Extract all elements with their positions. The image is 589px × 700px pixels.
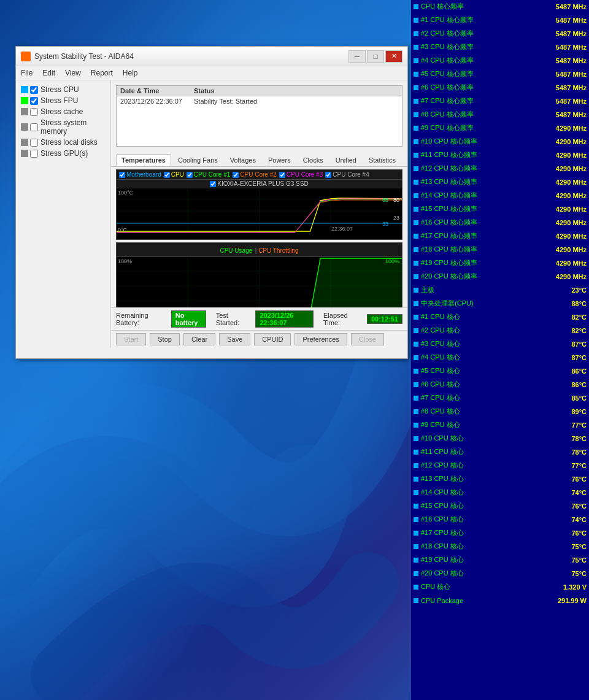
close-button[interactable]: Close	[351, 333, 384, 345]
hw-row-22: 中央处理器(CPU) 88°C	[411, 297, 589, 310]
legend-core3-checkbox[interactable]	[279, 172, 285, 178]
hw-row-44: CPU Package 291.99 W	[411, 594, 589, 607]
checkbox-input-4[interactable]	[30, 139, 38, 147]
hw-indicator-27	[414, 369, 418, 374]
tab-temperatures[interactable]: Temperatures	[116, 154, 171, 166]
menu-view[interactable]: View	[60, 67, 86, 79]
hw-indicator-41	[414, 558, 418, 563]
checkbox-row-3: Stress system memory	[21, 118, 106, 136]
hw-label-29: #7 CPU 核心	[421, 393, 571, 402]
tab-clocks[interactable]: Clocks	[298, 154, 329, 166]
hw-row-37: #15 CPU 核心 76°C	[411, 499, 589, 513]
close-button[interactable]: ✕	[385, 50, 402, 63]
checkbox-input-5[interactable]	[30, 150, 38, 158]
menu-file[interactable]: File	[16, 67, 37, 79]
elapsed-value: 00:12:51	[367, 314, 402, 324]
hw-indicator-39	[414, 531, 418, 536]
usage-chart: CPU Usage | CPU Throttling 100% 0%	[116, 242, 402, 307]
hw-label-7: #7 CPU 核心频率	[421, 96, 556, 106]
tab-voltages[interactable]: Voltages	[225, 154, 261, 166]
hw-row-23: #1 CPU 核心 82°C	[411, 310, 589, 324]
log-header-status: Status	[194, 87, 268, 94]
checkbox-color-3	[21, 123, 28, 131]
cpuid-button[interactable]: CPUID	[254, 333, 291, 345]
hw-row-30: #8 CPU 核心 89°C	[411, 405, 589, 418]
checkbox-input-0[interactable]	[30, 86, 38, 94]
aida-btnbar: StartStopClearSaveCPUIDPreferencesClose	[111, 330, 407, 348]
legend-core1-checkbox[interactable]	[187, 172, 193, 178]
elapsed-label: Elapsed Time:	[323, 312, 357, 326]
hw-indicator-21	[414, 288, 418, 293]
hw-indicator-2	[414, 31, 418, 36]
hw-label-38: #16 CPU 核心	[421, 515, 571, 524]
hw-row-36: #14 CPU 核心 74°C	[411, 486, 589, 499]
checkbox-input-2[interactable]	[30, 108, 38, 116]
log-table: Date & Time Status 2023/12/26 22:36:07 S…	[116, 85, 402, 147]
legend-ssd-checkbox[interactable]	[210, 181, 216, 187]
hw-indicator-35	[414, 477, 418, 482]
hw-row-31: #9 CPU 核心 77°C	[411, 418, 589, 432]
hw-label-27: #5 CPU 核心	[421, 366, 571, 375]
hw-label-30: #8 CPU 核心	[421, 407, 571, 416]
hw-indicator-20	[414, 274, 418, 279]
maximize-button[interactable]: □	[367, 50, 384, 63]
minimize-button[interactable]: ─	[348, 50, 366, 63]
stop-button[interactable]: Stop	[150, 333, 180, 345]
log-row-0: 2023/12/26 22:36:07 Stability Test: Star…	[117, 96, 402, 106]
checkbox-input-1[interactable]	[30, 97, 38, 105]
hw-row-25: #3 CPU 核心 87°C	[411, 337, 589, 351]
checkbox-label-0: Stress CPU	[40, 85, 79, 94]
hw-label-20: #20 CPU 核心频率	[421, 272, 556, 281]
hw-label-28: #6 CPU 核心	[421, 380, 571, 389]
hw-value-42: 75°C	[571, 570, 587, 577]
menu-report[interactable]: Report	[86, 67, 118, 79]
hw-indicator-17	[414, 234, 418, 239]
hw-label-33: #11 CPU 核心	[421, 447, 571, 456]
hw-label-32: #10 CPU 核心	[421, 434, 571, 443]
aida-left-panel: Stress CPU Stress FPU Stress cache Stres…	[16, 80, 111, 348]
hw-label-19: #19 CPU 核心频率	[421, 258, 556, 267]
usage-y-max: 100%	[118, 258, 132, 264]
tab-cooling-fans[interactable]: Cooling Fans	[172, 154, 223, 166]
menu-help[interactable]: Help	[118, 67, 143, 79]
checkbox-label-3: Stress system memory	[40, 118, 106, 136]
clear-button[interactable]: Clear	[183, 333, 215, 345]
hw-label-10: #10 CPU 核心频率	[421, 137, 556, 146]
hw-row-16: #16 CPU 核心频率 4290 MHz	[411, 216, 589, 229]
hw-row-24: #2 CPU 核心 82°C	[411, 324, 589, 337]
log-header-datetime: Date & Time	[120, 87, 194, 94]
aida-titlebar: System Stability Test - AIDA64 ─ □ ✕	[16, 47, 407, 66]
hw-label-21: 主板	[421, 285, 571, 294]
tab-unified[interactable]: Unified	[330, 154, 362, 166]
hw-row-17: #17 CPU 核心频率 4290 MHz	[411, 229, 589, 243]
preferences-button[interactable]: Preferences	[294, 333, 347, 345]
legend-core1: CPU Core #1	[194, 171, 230, 178]
tab-statistics[interactable]: Statistics	[363, 154, 401, 166]
legend-core4-checkbox[interactable]	[325, 172, 331, 178]
legend-core2-checkbox[interactable]	[233, 172, 239, 178]
tab-powers[interactable]: Powers	[263, 154, 296, 166]
usage-chart-title: CPU Usage | CPU Throttling	[117, 243, 402, 257]
hw-row-11: #11 CPU 核心频率 4290 MHz	[411, 148, 589, 162]
aida-statusbar: Remaining Battery: No battery Test Start…	[111, 307, 407, 330]
battery-value: No battery	[171, 310, 206, 328]
aida-title: System Stability Test - AIDA64	[34, 52, 348, 61]
hw-row-19: #19 CPU 核心频率 4290 MHz	[411, 256, 589, 270]
hw-row-6: #6 CPU 核心频率 5487 MHz	[411, 81, 589, 94]
hw-row-0: CPU 核心频率 5487 MHz	[411, 0, 589, 13]
hw-value-37: 76°C	[571, 502, 587, 510]
hw-indicator-8	[414, 112, 418, 117]
legend-motherboard-checkbox[interactable]	[119, 172, 125, 178]
hw-row-3: #3 CPU 核心频率 5487 MHz	[411, 40, 589, 54]
hw-row-7: #7 CPU 核心频率 5487 MHz	[411, 94, 589, 108]
hw-label-39: #17 CPU 核心	[421, 528, 571, 537]
usage-val-0-bot: 0%	[391, 307, 399, 307]
legend-core4: CPU Core #4	[333, 171, 369, 178]
test-started-label: Test Started:	[216, 312, 246, 326]
menu-edit[interactable]: Edit	[37, 67, 60, 79]
legend-cpu-checkbox[interactable]	[164, 172, 170, 178]
hw-indicator-32	[414, 436, 418, 441]
save-button[interactable]: Save	[219, 333, 250, 345]
start-button[interactable]: Start	[116, 333, 146, 345]
checkbox-input-3[interactable]	[30, 123, 38, 131]
